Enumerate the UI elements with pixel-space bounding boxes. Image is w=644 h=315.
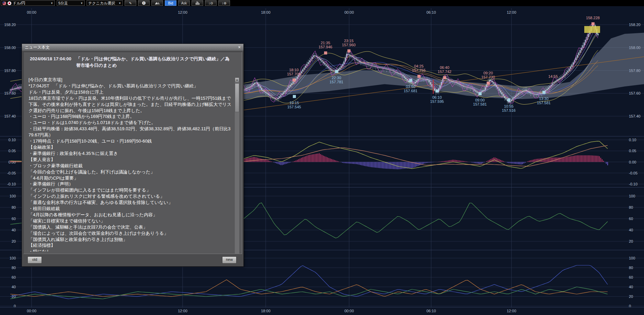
price-axis-label: -0.05: [629, 171, 637, 175]
price-annotation: 14:55: [548, 74, 558, 78]
news-body-line: ・植田日銀総裁: [28, 206, 233, 212]
news-body-line: ・豪準備銀行：政策金利を4.35％に据え置き: [28, 150, 233, 157]
timeframe-label: 5分足: [58, 1, 68, 6]
price-axis-label: 40: [629, 228, 633, 232]
price-annotation: 18:10157.700: [287, 68, 301, 76]
bid-button[interactable]: Bid: [165, 0, 176, 6]
time-axis-label: 12:00: [507, 10, 516, 14]
swing-marker: [436, 89, 439, 93]
timeframe-select[interactable]: 5分足 ▼: [57, 0, 85, 6]
scroll-up-icon[interactable]: ▲: [235, 77, 239, 82]
news-body-line: 「4月以降の各種情報やデータ、おおむね見通しに沿った内容」: [28, 212, 233, 218]
candle-chart-button[interactable]: [192, 0, 203, 6]
news-body-line: 「場合によっては、次回会合で政策金利の引き上げは十分ありうる」: [28, 230, 233, 237]
indicator-line: [10, 265, 608, 299]
swing-marker: [479, 92, 482, 95]
price-axis-label: 100: [629, 194, 635, 198]
news-body-line: 「インフレが目標範囲内に入るまでにはまだ時間を要する」: [28, 187, 233, 193]
news-headline: 「ドル・円は伸び悩みか、ドル買い基調も仏政治リスクで円買い継続」／為替市場今日の…: [76, 56, 231, 69]
news-body-line: 【経済指標】: [28, 242, 233, 249]
trading-app-window: 00:0000:0012:0012:0018:0018:0000:0000:00…: [0, 0, 644, 315]
zoom-out-button[interactable]: ↕⊖: [205, 0, 217, 6]
price-axis-label: 40: [12, 228, 16, 232]
draw-button[interactable]: ✎: [125, 0, 136, 6]
info-button[interactable]: i: [138, 0, 150, 6]
time-axis-label: 06:10: [426, 10, 436, 14]
us-flag-icon: [2, 1, 6, 5]
price-axis-label: 60: [12, 217, 16, 221]
time-axis-label: 12:00: [178, 10, 187, 14]
ask-button[interactable]: Ask: [178, 0, 190, 6]
news-body-line: 「インフレの上振れリスクに対する警戒感を改めて示されている」: [28, 193, 233, 199]
price-axis-label: 158.20: [629, 23, 641, 27]
price-axis-label: 0.00: [629, 160, 636, 164]
price-axis-label: 0: [629, 304, 631, 308]
price-axis-label: 20: [629, 239, 633, 243]
bid-label: Bid: [168, 1, 173, 5]
news-body-line: 「今回の会合で利上げを議論した。利下げは議論しなかった」: [28, 169, 233, 175]
price-axis-label: -0.10: [629, 182, 637, 186]
price-axis-label: 157.40: [629, 114, 641, 118]
zoom-in-button[interactable]: ↕⊕: [218, 0, 230, 6]
price-annotation: 19:15157.545: [287, 101, 301, 109]
new-button[interactable]: new: [222, 256, 237, 264]
close-icon[interactable]: ×: [238, 44, 241, 51]
swing-marker: [324, 51, 327, 54]
price-axis-label: -0.10: [7, 182, 16, 186]
news-datetime: 2024/06/18 17:04:00: [30, 56, 71, 69]
news-body-line: 「確実に目標実現まで確信持てない」: [28, 218, 233, 224]
chevron-down-icon: ▼: [118, 2, 121, 5]
technical-select-button[interactable]: テクニカル選択 ▼: [87, 0, 123, 6]
swing-marker: [443, 76, 446, 79]
news-body-line: 「4-6月期のCPIは重要」: [28, 175, 233, 181]
currency-pair-select[interactable]: ドル/円 ▼: [1, 0, 55, 6]
price-axis-label: 60: [12, 275, 16, 279]
time-axis-label: 12:00: [507, 309, 516, 313]
price-annotation: 09:20157.730: [481, 71, 495, 79]
news-scrollbar[interactable]: ▲ ▼: [235, 77, 239, 254]
chart-style-button[interactable]: [151, 0, 163, 6]
news-popup: ニュース本文 × 2024/06/18 17:04:00 「ドル・円は伸び悩みか…: [22, 44, 244, 267]
jp-flag-icon: [8, 1, 11, 5]
price-axis-label: 80: [12, 205, 16, 209]
info-icon: i: [142, 1, 146, 5]
time-axis-label: 00:00: [344, 10, 354, 14]
price-annotation: 23:15157.960: [342, 39, 356, 47]
price-annotation: 06:40157.742: [438, 65, 451, 74]
price-axis-label: 0: [14, 304, 16, 308]
swing-marker: [347, 49, 350, 52]
scrollbar-thumb[interactable]: [235, 83, 239, 112]
swing-marker: [591, 22, 595, 25]
news-body-line: ・豪準備銀行（声明）: [28, 181, 233, 187]
swing-marker: [487, 82, 490, 85]
price-axis-label: 40: [629, 285, 633, 289]
news-popup-titlebar[interactable]: ニュース本文 ×: [22, 44, 243, 51]
currency-pair-label: ドル/円: [13, 1, 25, 6]
time-axis-label: 18:00: [261, 10, 271, 14]
price-axis-label: 0.05: [9, 149, 16, 153]
price-annotation: 04:25157.755: [412, 64, 426, 72]
price-axis-label: 60: [629, 275, 633, 279]
price-axis-label: 157.80: [4, 69, 16, 73]
news-body-line: ・17時時点：ドル円158円10-20銭、ユーロ・円169円50-60銭: [28, 138, 233, 144]
swing-marker: [417, 75, 421, 78]
news-popup-title: ニュース本文: [25, 45, 50, 50]
time-axis-label: 06:10: [426, 309, 436, 313]
news-body: [今日の東京市場]*17:04JST 「ドル・円は伸び悩みか、ドル買い基調も仏政…: [28, 77, 233, 252]
ask-label: Ask: [181, 1, 187, 5]
price-axis-label: 0.10: [9, 138, 16, 142]
old-button[interactable]: old: [27, 256, 42, 264]
price-axis-label: 157.60: [629, 91, 641, 95]
price-annotation: 21:35157.946: [319, 41, 332, 49]
price-axis-label: 0.10: [629, 138, 636, 142]
time-axis-label: 12:00: [178, 309, 187, 313]
swing-marker: [507, 98, 510, 101]
news-body-line: ・ユーロ・ドルは1.0740ドルから1.0718ドルまで値を下げた。: [28, 120, 233, 126]
current-price-marker: [584, 26, 600, 33]
news-body-line: ドル・円は反発、夕方は158台に浮上: [28, 89, 233, 95]
swing-marker: [335, 70, 338, 73]
price-axis-label: -0.05: [7, 171, 16, 175]
time-axis-label: 18:00: [261, 309, 271, 313]
price-axis-label: 20: [12, 239, 16, 243]
pencil-icon: ✎: [129, 1, 132, 5]
